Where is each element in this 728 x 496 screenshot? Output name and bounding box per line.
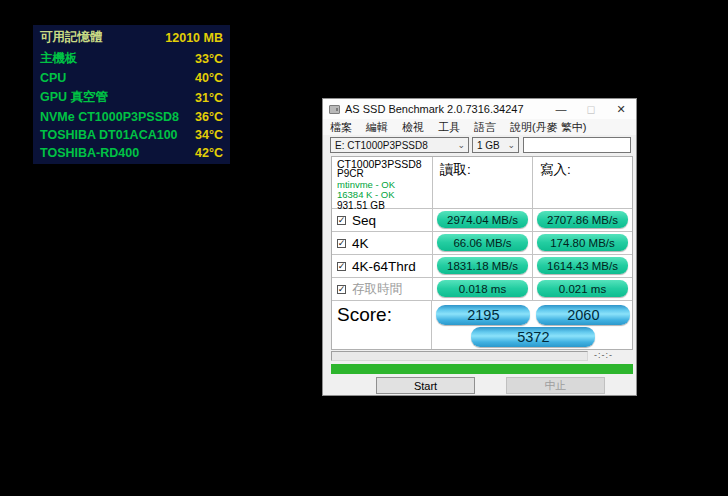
row-label: 4K-64Thrd	[352, 259, 416, 274]
osd-label: TOSHIBA-RD400	[40, 146, 139, 160]
4k-write-value: 174.80 MB/s	[537, 234, 628, 251]
4k64-checkbox[interactable]: ✓	[337, 262, 346, 271]
osd-label: CPU	[40, 71, 66, 85]
osd-value: 33°C	[195, 52, 223, 66]
menu-edit[interactable]: 編輯	[366, 120, 388, 135]
table-row-4k: ✓ 4K 66.06 MB/s 174.80 MB/s	[332, 231, 632, 254]
progress-bar	[331, 351, 588, 361]
elapsed-time: -:-:-	[594, 350, 632, 360]
osd-label: TOSHIBA DT01ACA100	[40, 128, 178, 142]
osd-row-memory: 可用記憶體 12010 MB	[40, 29, 223, 46]
score-values: 2195 2060 5372	[431, 301, 632, 349]
4k-checkbox[interactable]: ✓	[337, 239, 346, 248]
seq-read-value: 2974.04 MB/s	[437, 211, 528, 228]
status-textbox[interactable]	[523, 137, 631, 153]
osd-row-cpu: CPU 40°C	[40, 71, 223, 85]
osd-row-motherboard: 主機板 33°C	[40, 50, 223, 67]
osd-row-hdd1: TOSHIBA DT01ACA100 34°C	[40, 128, 223, 142]
osd-value: 40°C	[195, 71, 223, 85]
abort-button: 中止	[506, 377, 605, 394]
chevron-down-icon: ⌄	[457, 140, 465, 150]
osd-label: 可用記憶體	[40, 29, 103, 46]
osd-row-hdd2: TOSHIBA-RD400 42°C	[40, 146, 223, 160]
drive-select-value: E: CT1000P3PSSD8	[335, 140, 428, 151]
osd-value: 31°C	[195, 91, 223, 105]
table-row-access-time: ✓ 存取時間 0.018 ms 0.021 ms	[332, 277, 632, 300]
seq-checkbox[interactable]: ✓	[337, 216, 346, 225]
drive-select[interactable]: E: CT1000P3PSSD8 ⌄	[330, 137, 469, 153]
table-row-4k64thrd: ✓ 4K-64Thrd 1831.18 MB/s 1614.43 MB/s	[332, 254, 632, 277]
toolbar: E: CT1000P3PSSD8 ⌄ 1 GB ⌄	[323, 135, 636, 156]
read-score: 2195	[436, 305, 530, 325]
drive-info-cell: CT1000P3PSSD8 P9CR mtinvme - OK 16384 K …	[332, 157, 432, 208]
row-label: 存取時間	[352, 281, 402, 298]
osd-label: GPU 真空管	[40, 89, 108, 106]
minimize-icon[interactable]: —	[546, 99, 576, 119]
osd-value: 36°C	[195, 110, 223, 124]
write-score: 2060	[536, 305, 630, 325]
menu-file[interactable]: 檔案	[330, 120, 352, 135]
menu-language[interactable]: 語言	[474, 120, 496, 135]
overall-progress-bar	[331, 364, 633, 374]
write-column-header: 寫入:	[532, 157, 632, 208]
osd-row-nvme: NVMe CT1000P3PSSD8 36°C	[40, 110, 223, 124]
access-time-checkbox[interactable]: ✓	[337, 285, 346, 294]
row-label: 4K	[352, 236, 369, 251]
4k64-read-value: 1831.18 MB/s	[437, 257, 528, 274]
osd-value: 12010 MB	[165, 31, 223, 45]
start-button[interactable]: Start	[376, 377, 475, 394]
menu-tools[interactable]: 工具	[438, 120, 460, 135]
chevron-down-icon: ⌄	[507, 140, 515, 150]
test-size-value: 1 GB	[477, 140, 500, 151]
menubar: 檔案 編輯 檢視 工具 語言 說明(丹麥 繁中)	[323, 119, 636, 135]
test-size-select[interactable]: 1 GB ⌄	[472, 137, 519, 153]
as-ssd-benchmark-window: AS SSD Benchmark 2.0.7316.34247 — ◻ ✕ 檔案…	[322, 98, 637, 396]
osd-label: 主機板	[40, 50, 78, 67]
window-title: AS SSD Benchmark 2.0.7316.34247	[345, 103, 546, 115]
seq-write-value: 2707.86 MB/s	[537, 211, 628, 228]
osd-label: NVMe CT1000P3PSSD8	[40, 110, 179, 124]
score-row: Score: 2195 2060 5372	[332, 300, 632, 349]
table-row-seq: ✓ Seq 2974.04 MB/s 2707.86 MB/s	[332, 208, 632, 231]
maximize-icon: ◻	[576, 99, 606, 119]
app-icon	[329, 105, 340, 114]
score-label: Score:	[332, 301, 431, 326]
window-controls: — ◻ ✕	[546, 99, 636, 119]
read-column-header: 讀取:	[432, 157, 532, 208]
access-time-read-value: 0.018 ms	[437, 280, 528, 297]
menu-help[interactable]: 說明(丹麥 繁中)	[510, 120, 586, 135]
4k64-write-value: 1614.43 MB/s	[537, 257, 628, 274]
benchmark-table: CT1000P3PSSD8 P9CR mtinvme - OK 16384 K …	[331, 156, 633, 350]
menu-view[interactable]: 檢視	[402, 120, 424, 135]
osd-value: 42°C	[195, 146, 223, 160]
row-label: Seq	[352, 213, 376, 228]
close-icon[interactable]: ✕	[606, 99, 636, 119]
total-score: 5372	[471, 327, 595, 347]
titlebar[interactable]: AS SSD Benchmark 2.0.7316.34247 — ◻ ✕	[323, 99, 636, 119]
osd-row-gpu: GPU 真空管 31°C	[40, 89, 223, 106]
table-header-row: CT1000P3PSSD8 P9CR mtinvme - OK 16384 K …	[332, 157, 632, 208]
osd-value: 34°C	[195, 128, 223, 142]
4k-read-value: 66.06 MB/s	[437, 234, 528, 251]
access-time-write-value: 0.021 ms	[537, 280, 628, 297]
hardware-monitor-overlay: 可用記憶體 12010 MB 主機板 33°C CPU 40°C GPU 真空管…	[33, 25, 230, 164]
